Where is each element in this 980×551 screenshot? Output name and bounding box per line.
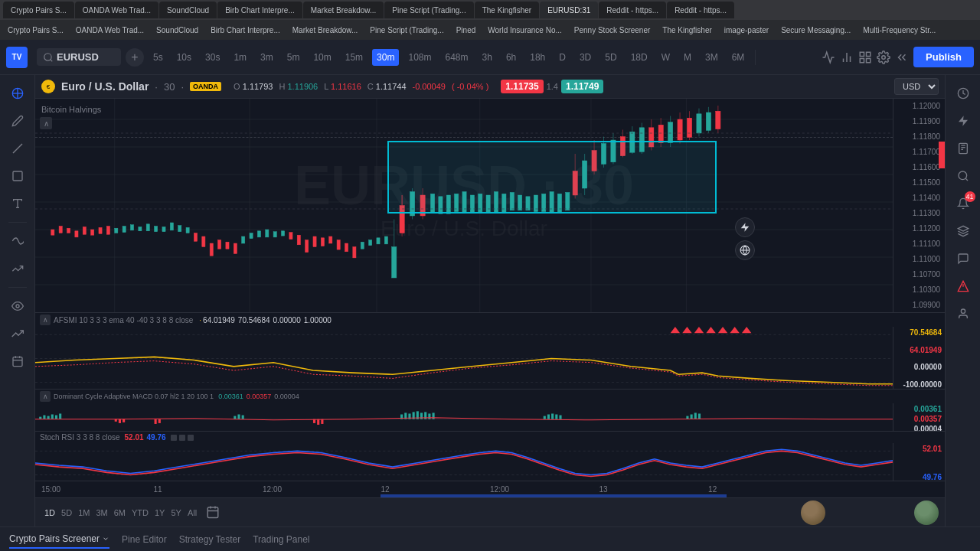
bm-birb[interactable]: Birb Chart Interpre...	[207, 24, 283, 36]
tf-30m[interactable]: 30m	[372, 49, 399, 66]
macd-collapse[interactable]: ∧	[40, 391, 51, 402]
tf-3m2[interactable]: 3M	[701, 49, 723, 66]
symbol-search[interactable]: EURUSD	[37, 48, 121, 66]
text-icon[interactable]	[5, 191, 30, 216]
bm-king[interactable]: The Kingfisher	[659, 24, 714, 36]
tab-market[interactable]: Market Breakdow...	[303, 2, 384, 18]
tf-5d[interactable]: 5D	[600, 49, 621, 66]
grid-icon[interactable]	[858, 51, 872, 64]
tab-oanda[interactable]: OANDA Web Trad...	[75, 2, 158, 18]
bm-mkt[interactable]: Market Breakdow...	[289, 24, 361, 36]
tab-eurusd[interactable]: EURUSD:31	[540, 2, 598, 18]
bottom-tab-screener[interactable]: Crypto Pairs Screener	[9, 530, 109, 549]
tf-3m[interactable]: 3m	[256, 49, 278, 66]
bottom-tab-pine[interactable]: Pine Editor	[122, 531, 167, 548]
pencil-icon[interactable]	[5, 109, 30, 133]
period-5d[interactable]: 5D	[58, 507, 75, 519]
period-1y[interactable]: 1Y	[152, 507, 168, 519]
search-icon-right[interactable]	[951, 164, 975, 188]
bm-screener[interactable]: Penny Stock Screener	[571, 24, 654, 36]
bar-chart-icon[interactable]	[840, 51, 854, 64]
tf-10m[interactable]: 10m	[309, 49, 335, 66]
tv-logo[interactable]: TV	[6, 47, 28, 68]
tf-108m[interactable]: 108m	[403, 49, 436, 66]
tab-birb[interactable]: Birb Chart Interpre...	[217, 2, 302, 18]
tab-crypto[interactable]: Crypto Pairs S...	[3, 2, 74, 18]
tf-648m[interactable]: 648m	[440, 49, 472, 66]
wave-icon[interactable]	[5, 229, 30, 253]
period-5y[interactable]: 5Y	[168, 507, 184, 519]
crosshair-icon[interactable]	[5, 81, 30, 106]
user-avatar-1[interactable]	[801, 500, 825, 525]
svg-rect-63	[281, 231, 284, 236]
person-icon[interactable]	[951, 302, 975, 326]
bell-icon[interactable]: 41	[951, 191, 975, 216]
tf-d[interactable]: D	[554, 49, 570, 66]
tf-w[interactable]: W	[657, 49, 675, 66]
tab-reddit1[interactable]: Reddit - https...	[599, 2, 666, 18]
period-3m[interactable]: 3M	[93, 507, 110, 519]
period-ytd[interactable]: YTD	[129, 507, 152, 519]
afsmi-collapse[interactable]: ∧	[40, 315, 51, 325]
tf-6h[interactable]: 6h	[501, 49, 521, 66]
tf-18d[interactable]: 18D	[626, 49, 652, 66]
layers-icon[interactable]	[951, 219, 975, 243]
tf-6m[interactable]: 6M	[727, 49, 750, 66]
currency-selector[interactable]: USD	[894, 78, 939, 95]
chart-lightning-icon[interactable]	[735, 217, 755, 237]
tf-5s[interactable]: 5s	[149, 49, 168, 66]
tf-30s[interactable]: 30s	[201, 49, 224, 66]
svg-rect-5	[867, 52, 871, 56]
tf-10s[interactable]: 10s	[172, 49, 196, 66]
settings-icon[interactable]	[877, 51, 890, 64]
tab-reddit2[interactable]: Reddit - https...	[667, 2, 734, 18]
bm-multi[interactable]: Multi-Frequency Str...	[860, 24, 939, 36]
tab-pine[interactable]: Pine Script (Trading...	[384, 2, 473, 18]
chart-analysis-icon[interactable]	[5, 321, 30, 346]
period-1d[interactable]: 1D	[41, 507, 58, 519]
alert-icon-right[interactable]	[951, 274, 975, 298]
eye-icon[interactable]	[5, 294, 30, 318]
bm-pinescript[interactable]: Pine Script (Trading...	[367, 24, 446, 36]
tf-5m[interactable]: 5m	[283, 49, 305, 66]
bm-secure[interactable]: Secure Messaging...	[778, 24, 854, 36]
bm-crypto[interactable]: Crypto Pairs S...	[5, 24, 67, 36]
chart-main[interactable]: EURUSD · 30 Euro / U.S. Dollar Bitcoin H…	[35, 99, 893, 312]
user-avatar-2[interactable]	[914, 500, 939, 525]
bottom-tab-trading[interactable]: Trading Panel	[253, 531, 309, 548]
lightning-icon-right[interactable]	[951, 109, 975, 133]
calendar-range-icon[interactable]	[206, 505, 220, 520]
shapes-icon[interactable]	[5, 164, 30, 188]
measure-icon[interactable]	[5, 256, 30, 281]
calculator-icon[interactable]	[951, 136, 975, 161]
bm-insurance[interactable]: World Insurance No...	[485, 24, 565, 36]
tf-3d[interactable]: 3D	[575, 49, 596, 66]
chat-icon[interactable]	[951, 246, 975, 271]
tab-kingfisher[interactable]: The Kingfisher	[475, 2, 539, 18]
rewind-icon[interactable]	[895, 51, 909, 64]
indicators-icon[interactable]	[822, 51, 835, 64]
bm-img[interactable]: image-paster	[721, 24, 772, 36]
tf-1m[interactable]: 1m	[229, 49, 251, 66]
add-symbol-button[interactable]: +	[126, 48, 144, 67]
bm-oanda[interactable]: OANDA Web Trad...	[73, 24, 147, 36]
period-1m[interactable]: 1M	[75, 507, 93, 519]
tf-m[interactable]: M	[679, 49, 696, 66]
publish-button[interactable]: Publish	[913, 47, 974, 67]
period-all[interactable]: All	[185, 507, 200, 519]
stoch-dot1	[171, 435, 177, 441]
trendline-icon[interactable]	[5, 136, 30, 161]
tf-3h[interactable]: 3h	[478, 49, 497, 66]
chart-globe-icon[interactable]	[735, 240, 755, 260]
bottom-tab-strategy[interactable]: Strategy Tester	[179, 531, 240, 548]
tf-15m[interactable]: 15m	[341, 49, 368, 66]
period-6m[interactable]: 6M	[111, 507, 129, 519]
calendar-icon[interactable]	[5, 349, 30, 373]
clock-icon[interactable]	[951, 81, 975, 106]
bm-sound[interactable]: SoundCloud	[153, 24, 201, 36]
svg-rect-67	[313, 236, 316, 247]
tf-18h[interactable]: 18h	[525, 49, 550, 66]
svg-rect-75	[377, 238, 380, 244]
bm-pined[interactable]: Pined	[453, 24, 479, 36]
tab-soundcloud[interactable]: SoundCloud	[159, 2, 217, 18]
